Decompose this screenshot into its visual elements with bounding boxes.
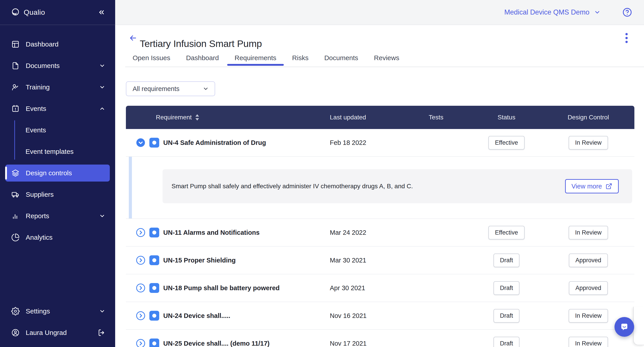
layers-icon: [11, 169, 20, 177]
table-row[interactable]: UN-24 Device shall..... Nov 16 2021 Draf…: [126, 302, 634, 330]
status-badge: Draft: [494, 309, 520, 323]
sidebar-item-label: Training: [26, 84, 50, 91]
chevron-down-icon: [99, 308, 105, 314]
requirement-name: UN-25 Device shall.... (demo 11/17): [163, 340, 270, 347]
sidebar-item-label: Reports: [26, 212, 49, 220]
table-row[interactable]: UN-4 Safe Administration of Drug Feb 18 …: [126, 129, 634, 157]
requirement-icon: [149, 311, 159, 320]
sidebar-item-suppliers[interactable]: Suppliers: [0, 184, 115, 205]
chevron-down-icon: [202, 86, 209, 92]
requirements-filter-select[interactable]: All requirements: [126, 82, 215, 96]
sidebar-item-label: Dashboard: [26, 40, 58, 48]
requirement-name: UN-15 Proper Shielding: [163, 257, 236, 264]
user-avatar-icon: [11, 328, 20, 337]
design-control-badge: In Review: [569, 309, 608, 323]
requirement-description: Smart Pump shall safely and effectively …: [162, 183, 565, 190]
requirement-name: UN-18 Pump shall be battery powered: [163, 284, 280, 292]
sidebar-collapse-button[interactable]: [98, 8, 105, 16]
sidebar-item-label: Suppliers: [26, 191, 54, 198]
design-control-badge: In Review: [569, 226, 608, 240]
chevrons-left-icon: [98, 8, 105, 16]
requirement-name: UN-24 Device shall.....: [163, 312, 230, 320]
collapse-row-button[interactable]: [136, 138, 145, 147]
chevron-right-circle-icon: [136, 311, 145, 320]
status-badge: Draft: [494, 281, 520, 295]
sidebar-footer: Settings Laura Ungrad: [0, 300, 115, 344]
sidebar-item-user-profile[interactable]: Laura Ungrad: [0, 322, 115, 344]
tab-bar: Open Issues Dashboard Requirements Risks…: [125, 52, 644, 67]
page-menu-button[interactable]: [623, 30, 630, 46]
column-header-tests: Tests: [402, 114, 471, 121]
sidebar-item-design-controls[interactable]: Design controls: [5, 164, 110, 182]
sidebar-item-reports[interactable]: Reports: [0, 205, 115, 227]
sidebar-item-dashboard[interactable]: Dashboard: [0, 34, 115, 55]
column-header-requirement[interactable]: Requirement: [126, 114, 322, 121]
expand-row-button[interactable]: [136, 311, 145, 320]
tab-dashboard[interactable]: Dashboard: [179, 52, 226, 64]
table-row[interactable]: UN-15 Proper Shielding Mar 30 2021 Draft…: [126, 246, 634, 274]
status-badge: Effective: [488, 226, 524, 240]
sidebar-item-events[interactable]: Events: [0, 98, 115, 120]
document-icon: [11, 62, 20, 70]
table-header: Requirement Last updated Tests Status De…: [126, 106, 634, 129]
expanded-requirement-details: Smart Pump shall safely and effectively …: [126, 157, 634, 219]
status-badge: Effective: [488, 136, 524, 150]
sidebar-subitem-event-templates[interactable]: Event templates: [0, 141, 115, 162]
expand-row-button[interactable]: [136, 283, 145, 293]
requirement-description-panel: Smart Pump shall safely and effectively …: [162, 169, 632, 203]
arrow-left-icon: [128, 34, 138, 42]
sidebar-item-analytics[interactable]: Analytics: [0, 227, 115, 248]
sort-icon: [195, 114, 200, 121]
pie-chart-icon: [11, 233, 20, 242]
design-control-badge: Approved: [569, 254, 608, 267]
tab-risks[interactable]: Risks: [285, 52, 316, 64]
view-more-button[interactable]: View more: [565, 179, 619, 194]
expand-row-button[interactable]: [136, 339, 145, 347]
sidebar-subitem-events[interactable]: Events: [0, 120, 115, 141]
sidebar-item-label: Design controls: [26, 169, 72, 177]
requirement-icon: [149, 283, 159, 293]
help-button[interactable]: [622, 7, 632, 18]
external-link-icon: [606, 183, 612, 190]
expand-row-button[interactable]: [136, 256, 145, 265]
truck-icon: [11, 190, 20, 199]
chevron-down-circle-icon: [136, 138, 145, 147]
question-icon: [622, 7, 632, 18]
column-header-status: Status: [471, 114, 542, 121]
logout-icon[interactable]: [98, 329, 105, 336]
requirement-icon: [149, 138, 159, 148]
sidebar: Qualio Dashboard: [0, 0, 115, 347]
requirements-table: Requirement Last updated Tests Status De…: [126, 106, 634, 347]
app-logo-text: Qualio: [24, 8, 45, 16]
requirement-name: UN-11 Alarms and Notifications: [163, 229, 260, 236]
user-check-icon: [11, 83, 20, 92]
tab-open-issues[interactable]: Open Issues: [125, 52, 178, 64]
workspace-name: Medical Device QMS Demo: [504, 8, 590, 16]
workspace-selector[interactable]: Medical Device QMS Demo: [504, 8, 600, 16]
design-control-badge: Approved: [569, 281, 608, 295]
design-control-badge: In Review: [569, 136, 608, 150]
sidebar-item-label: Settings: [26, 308, 50, 315]
sidebar-item-documents[interactable]: Documents: [0, 55, 115, 76]
tab-requirements[interactable]: Requirements: [227, 52, 284, 64]
last-updated: Mar 30 2021: [322, 257, 402, 264]
chevron-up-icon: [99, 106, 105, 112]
floating-panel-edge: [633, 307, 644, 345]
table-row[interactable]: UN-11 Alarms and Notifications Mar 24 20…: [126, 219, 634, 246]
sidebar-item-label: Analytics: [26, 234, 52, 241]
page-title: Tertiary Infusion Smart Pump: [140, 38, 262, 49]
chevron-right-circle-icon: [136, 228, 145, 237]
table-row[interactable]: UN-25 Device shall.... (demo 11/17) Nov …: [126, 330, 634, 347]
table-row[interactable]: UN-18 Pump shall be battery powered Apr …: [126, 274, 634, 302]
tab-reviews[interactable]: Reviews: [366, 52, 406, 64]
expand-row-button[interactable]: [136, 228, 145, 237]
sidebar-item-label: Documents: [26, 62, 60, 70]
back-button[interactable]: [128, 34, 138, 42]
sidebar-item-training[interactable]: Training: [0, 76, 115, 98]
sidebar-item-label: Events: [26, 105, 46, 112]
sidebar-item-settings[interactable]: Settings: [0, 300, 115, 322]
main-content: Tertiary Infusion Smart Pump Open Issues…: [115, 24, 644, 347]
sidebar-item-label: Events: [26, 126, 46, 134]
chat-launcher-button[interactable]: [614, 317, 634, 337]
tab-documents[interactable]: Documents: [317, 52, 366, 64]
